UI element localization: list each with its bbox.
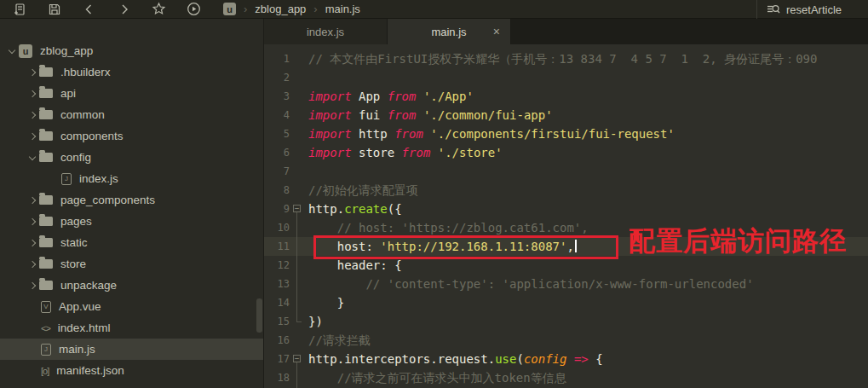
search-query-label: resetArticle <box>786 3 842 16</box>
code-text[interactable]: host: 'http://192.168.1.11:8087', <box>303 237 577 256</box>
fold-column <box>290 68 303 87</box>
tree-item-static[interactable]: static <box>0 232 263 253</box>
back-icon[interactable] <box>82 2 96 16</box>
tree-item-label: index.html <box>58 321 111 334</box>
tree-item--hbuilderx[interactable]: .hbuilderx <box>0 61 263 83</box>
tree-item-label: static <box>60 236 88 249</box>
sidebar-scrollbar[interactable] <box>256 298 262 333</box>
editor-tab-index-js[interactable]: index.js <box>264 19 388 44</box>
code-line-8[interactable]: 8//初始化请求配置项 <box>264 181 868 200</box>
code-line-7[interactable]: 7 <box>264 162 868 181</box>
code-line-15[interactable]: 15}) <box>264 312 868 331</box>
chevron-down-icon[interactable] <box>26 156 39 159</box>
code-text[interactable]: // host: 'https://zblog.cat61.com', <box>303 218 589 237</box>
tree-item-page-components[interactable]: page_components <box>0 189 263 211</box>
chevron-down-icon[interactable] <box>5 49 19 53</box>
code-line-17[interactable]: 17−http.interceptors.request.use(config … <box>264 350 868 368</box>
code-line-5[interactable]: 5import http from './components/firstui/… <box>264 125 868 143</box>
folder-icon <box>39 89 53 98</box>
tree-item-label: api <box>60 87 76 100</box>
fold-column <box>290 275 303 293</box>
code-text[interactable] <box>303 162 308 181</box>
tree-item-unpackage[interactable]: unpackage <box>0 275 263 296</box>
fold-column <box>290 237 303 256</box>
chevron-right-icon[interactable] <box>26 240 39 246</box>
tree-item-index-js[interactable]: Jindex.js <box>0 168 263 189</box>
tree-item-index-html[interactable]: <>index.html <box>0 317 263 339</box>
text-cursor <box>575 240 577 252</box>
code-text[interactable] <box>303 68 308 87</box>
chevron-right-icon[interactable] <box>26 262 39 267</box>
fold-column <box>290 181 303 200</box>
tree-item-label: main.js <box>59 343 95 356</box>
code-line-16[interactable]: 16//请求拦截 <box>264 331 868 350</box>
chevron-right-icon[interactable] <box>26 70 39 75</box>
code-text[interactable]: } <box>303 293 344 312</box>
code-line-14[interactable]: 14 } <box>264 293 868 312</box>
toolbar-search[interactable]: resetArticle <box>756 0 868 19</box>
tree-item-zblog-app[interactable]: uzblog_app <box>0 40 263 61</box>
tree-item-store[interactable]: store <box>0 253 263 275</box>
fold-column <box>290 312 303 331</box>
tree-item-pages-json[interactable]: [o]pages.json <box>0 381 263 388</box>
tree-item-manifest-json[interactable]: [o]manifest.json <box>0 360 263 381</box>
code-text[interactable]: import App from './App' <box>303 87 474 106</box>
editor-tab-main-js[interactable]: main.js× <box>388 19 511 44</box>
uniapp-project-icon: u <box>223 3 236 15</box>
code-line-1[interactable]: 1// 本文件由FirstUI授权予米耀华（手机号：13 834 7 4 5 7… <box>264 49 868 68</box>
line-number: 1 <box>264 49 290 68</box>
code-text[interactable]: // 'content-type': 'application/x-www-fo… <box>303 275 754 293</box>
close-icon[interactable]: × <box>493 25 500 38</box>
chevron-right-icon[interactable] <box>26 219 39 224</box>
code-line-12[interactable]: 12 header: { <box>264 256 868 275</box>
tree-item-common[interactable]: common <box>0 104 263 125</box>
code-text[interactable]: http.interceptors.request.use(config => … <box>303 350 603 368</box>
code-text[interactable]: // 本文件由FirstUI授权予米耀华（手机号：13 834 7 4 5 7 … <box>303 49 817 68</box>
fold-collapse-icon[interactable]: − <box>293 205 301 212</box>
tree-item-main-js[interactable]: Jmain.js <box>0 339 263 360</box>
code-text[interactable]: //请求拦截 <box>303 331 371 350</box>
code-text[interactable]: //请求之前可在请求头中加入token等信息 <box>303 368 566 387</box>
code-line-2[interactable]: 2 <box>264 68 868 87</box>
fold-collapse-icon[interactable]: − <box>293 355 301 362</box>
chevron-right-icon[interactable] <box>26 198 39 203</box>
tree-item-pages[interactable]: pages <box>0 211 263 232</box>
tree-item-api[interactable]: api <box>0 83 263 104</box>
chevron-right-icon[interactable] <box>26 134 39 139</box>
forward-icon[interactable] <box>117 2 131 16</box>
code-line-4[interactable]: 4import fui from './common/fui-app' <box>264 106 868 125</box>
code-line-13[interactable]: 13 // 'content-type': 'application/x-www… <box>264 275 868 293</box>
code-line-10[interactable]: 10 // host: 'https://zblog.cat61.com', <box>264 218 868 237</box>
code-text[interactable]: import fui from './common/fui-app' <box>303 106 553 125</box>
save-icon[interactable] <box>47 2 61 16</box>
tree-item-label: App.vue <box>59 300 101 313</box>
tree-item-config[interactable]: config <box>0 147 263 168</box>
breadcrumb-item-project[interactable]: zblog_app <box>255 3 306 15</box>
code-text[interactable]: import store from './store' <box>303 143 503 162</box>
code-text[interactable]: }) <box>303 312 323 331</box>
breadcrumb-item-file[interactable]: main.js <box>325 3 360 15</box>
run-icon[interactable] <box>187 2 201 16</box>
code-text[interactable]: import http from './components/firstui/f… <box>303 125 675 143</box>
chevron-right-icon[interactable] <box>26 283 39 288</box>
code-line-18[interactable]: 18 //请求之前可在请求头中加入token等信息 <box>264 368 868 387</box>
code-text[interactable]: header: { <box>303 256 402 275</box>
new-file-icon[interactable] <box>12 2 26 16</box>
code-line-9[interactable]: 9−http.create({ <box>264 200 868 218</box>
search-icon <box>766 3 780 17</box>
line-number: 3 <box>264 87 290 106</box>
code-line-3[interactable]: 3import App from './App' <box>264 87 868 106</box>
tree-item-components[interactable]: components <box>0 125 263 147</box>
code-view[interactable]: 1// 本文件由FirstUI授权予米耀华（手机号：13 834 7 4 5 7… <box>264 44 868 388</box>
code-line-6[interactable]: 6import store from './store' <box>264 143 868 162</box>
tree-item-app-vue[interactable]: VApp.vue <box>0 296 263 317</box>
star-icon[interactable] <box>152 2 166 16</box>
chevron-right-icon[interactable] <box>26 113 39 118</box>
chevron-right-icon[interactable] <box>26 91 39 96</box>
code-line-11[interactable]: 11 host: 'http://192.168.1.11:8087', <box>264 237 868 256</box>
breadcrumb: u › zblog_app › main.js <box>223 3 360 15</box>
code-text[interactable]: http.create({ <box>303 200 402 218</box>
code-text[interactable]: //初始化请求配置项 <box>303 181 418 200</box>
line-number: 13 <box>264 275 290 293</box>
folder-icon <box>39 259 53 269</box>
